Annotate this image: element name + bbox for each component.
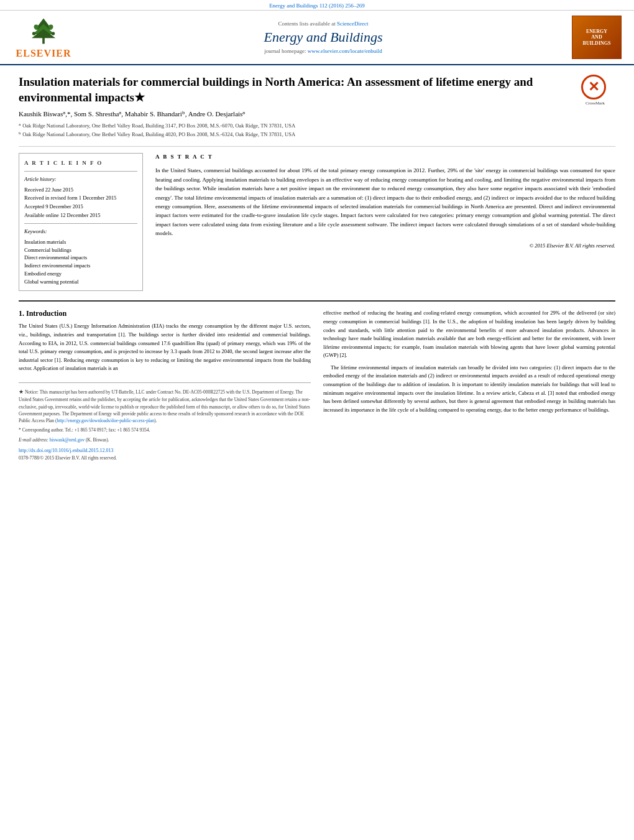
journal-center: Contents lists available at ScienceDirec… (75, 21, 572, 54)
sciencedirect-link[interactable]: ScienceDirect (337, 21, 368, 27)
abstract-heading: A B S T R A C T (155, 153, 615, 162)
banner-text: Energy and Buildings 112 (2016) 256–269 (269, 2, 365, 9)
intro-text-right: effective method of reducing the heating… (323, 309, 615, 414)
accepted-date: Accepted 9 December 2015 (24, 203, 137, 211)
abstract-section: A B S T R A C T In the United States, co… (155, 153, 615, 249)
two-col-info-abstract: A R T I C L E I N F O Article history: R… (19, 146, 615, 291)
keyword-4: Indirect environmental impacts (24, 262, 137, 270)
svg-point-4 (34, 25, 39, 29)
svg-point-7 (52, 32, 55, 35)
keyword-2: Commercial buildings (24, 246, 137, 254)
history-label: Article history: (24, 175, 137, 184)
journal-logo-right: ENERGY AND BUILDINGS (572, 16, 622, 59)
affil-b: ᵇ Oak Ridge National Laboratory, One Bet… (19, 131, 615, 139)
elsevier-tree-icon (22, 16, 65, 47)
footnote-area: ★ Notice: This manuscript has been autho… (19, 382, 311, 461)
homepage-url[interactable]: www.elsevier.com/locate/enbuild (308, 48, 382, 54)
doe-link[interactable]: http://energy.gov/downloads/doe-public-a… (57, 418, 154, 423)
body-section: 1. Introduction The United States (U.S.)… (19, 300, 615, 461)
svg-point-6 (32, 32, 35, 35)
article-info-box: A R T I C L E I N F O Article history: R… (19, 153, 143, 291)
authors-line: Kaushik Biswasᵃ,*, Som S. Shresthaᵃ, Mah… (19, 110, 615, 118)
body-left: 1. Introduction The United States (U.S.)… (19, 309, 311, 461)
svg-point-5 (48, 25, 53, 29)
journal-title-header: Energy and Buildings (75, 29, 572, 45)
keyword-6: Global warming potential (24, 278, 137, 286)
revised-date: Received in revised form 1 December 2015 (24, 194, 137, 203)
keyword-5: Embodied energy (24, 270, 137, 278)
intro-heading: 1. Introduction (19, 309, 311, 318)
contents-line: Contents lists available at ScienceDirec… (75, 21, 572, 27)
crossmark-icon: ✕ (588, 79, 599, 95)
homepage-line: journal homepage: www.elsevier.com/locat… (75, 48, 572, 54)
body-right: effective method of reducing the heating… (323, 309, 615, 461)
article-title: Insulation materials for commercial buil… (19, 75, 615, 105)
article-info-heading: A R T I C L E I N F O (24, 159, 137, 167)
elsevier-brand-text: ELSEVIER (16, 48, 71, 59)
journal-header: ELSEVIER Contents lists available at Sci… (0, 11, 634, 65)
corresponding-author-note: * Corresponding author. Tel.: +1 865 574… (19, 427, 311, 433)
article-title-section: Insulation materials for commercial buil… (19, 75, 615, 139)
keyword-3: Direct environmental impacts (24, 254, 137, 262)
available-date: Available online 12 December 2015 (24, 211, 137, 220)
crossmark-label: CrossMark (581, 101, 609, 106)
footnote-star-text: ★ Notice: This manuscript has been autho… (19, 388, 311, 425)
intro-para2: effective method of reducing the heating… (323, 309, 615, 360)
divider-1 (24, 171, 137, 172)
doi-line[interactable]: http://dx.doi.org/10.1016/j.enbuild.2015… (19, 447, 311, 455)
crossmark-circle: ✕ (581, 75, 606, 99)
email-line: E-mail address: biswask@ornl.gov (K. Bis… (19, 436, 311, 443)
intro-para1: The United States (U.S.) Energy Informat… (19, 322, 311, 373)
keywords-label: Keywords: (24, 228, 137, 236)
keyword-1: Insulation materials (24, 238, 137, 246)
copyright-line: © 2015 Elsevier B.V. All rights reserved… (155, 242, 615, 250)
affil-a: ᵃ Oak Ridge National Laboratory, One Bet… (19, 122, 615, 130)
abstract-text: In the United States, commercial buildin… (155, 166, 615, 238)
intro-para3: The lifetime environmental impacts of in… (323, 364, 615, 415)
received-date: Received 22 June 2015 (24, 186, 137, 195)
abstract-col: A B S T R A C T In the United States, co… (155, 153, 615, 291)
divider-2 (24, 223, 137, 224)
intro-text-left: The United States (U.S.) Energy Informat… (19, 322, 311, 373)
elsevier-logo: ELSEVIER (12, 16, 75, 59)
issn-line: 0378-7788/© 2015 Elsevier B.V. All right… (19, 455, 311, 461)
article-content: Insulation materials for commercial buil… (0, 65, 634, 474)
journal-banner: Energy and Buildings 112 (2016) 256–269 (0, 0, 634, 11)
affiliations: ᵃ Oak Ridge National Laboratory, One Bet… (19, 122, 615, 139)
crossmark-badge: ✕ CrossMark (581, 75, 609, 103)
article-info-col: A R T I C L E I N F O Article history: R… (19, 153, 143, 291)
email-link[interactable]: biswask@ornl.gov (50, 437, 85, 443)
